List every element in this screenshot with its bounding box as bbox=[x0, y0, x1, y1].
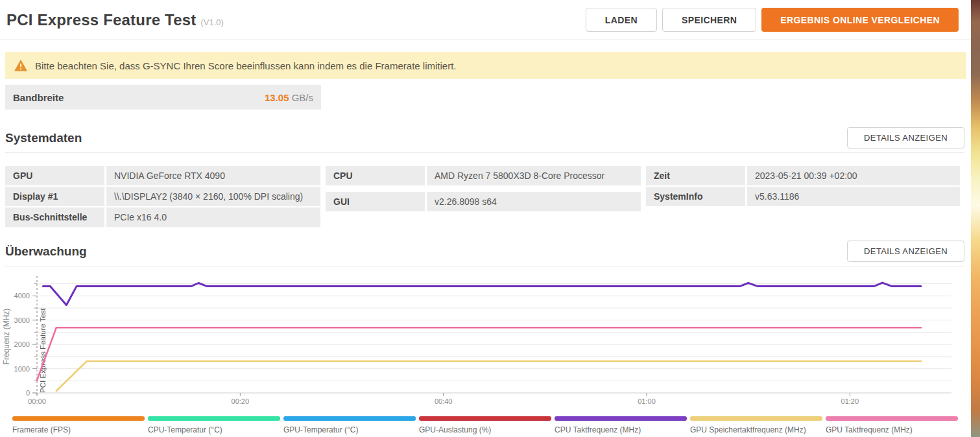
row-label: GPU bbox=[5, 166, 104, 185]
page-title-wrap: PCI Express Feature Test (V1.0) bbox=[6, 11, 224, 29]
table-row: CPU AMD Ryzen 7 5800X3D 8-Core Processor bbox=[326, 166, 641, 185]
gsync-warning-banner: Bitte beachten Sie, dass G-SYNC Ihren Sc… bbox=[5, 52, 966, 79]
y-axis-tick-label: 4000 bbox=[14, 292, 30, 300]
y-axis-tick-label: 2000 bbox=[14, 340, 30, 348]
row-label: CPU bbox=[326, 166, 425, 185]
system-section-title: Systemdaten bbox=[5, 131, 82, 145]
row-label: Bus-Schnittstelle bbox=[5, 207, 104, 227]
system-section-header: Systemdaten DETAILS ANZEIGEN bbox=[5, 127, 964, 153]
table-row: Display #1 \\.\DISPLAY2 (3840 × 2160, 10… bbox=[5, 187, 320, 206]
legend-item: CPU Taktfrequenz (MHz) bbox=[555, 416, 687, 434]
table-row: GPU NVIDIA GeForce RTX 4090 bbox=[5, 166, 320, 185]
legend-item: CPU-Temperatur (°C) bbox=[148, 416, 280, 434]
monitoring-chart: 0100020003000400000:0000:2000:4001:0001:… bbox=[0, 275, 971, 434]
system-data-table: GPU NVIDIA GeForce RTX 4090 Display #1 \… bbox=[5, 166, 964, 227]
app-header: PCI Express Feature Test (V1.0) LADEN SP… bbox=[0, 0, 971, 40]
x-axis-tick-label: 00:40 bbox=[435, 397, 453, 405]
row-value: v5.63.1186 bbox=[747, 187, 960, 206]
legend-item: Framerate (FPS) bbox=[12, 416, 145, 434]
warning-triangle-icon bbox=[14, 60, 27, 71]
table-row: SystemInfo v5.63.1186 bbox=[646, 187, 960, 206]
legend-item: GPU Taktfrequenz (MHz) bbox=[826, 416, 958, 434]
legend-color-bar bbox=[419, 416, 551, 421]
row-label: Zeit bbox=[646, 166, 745, 185]
compare-result-online-button[interactable]: ERGEBNIS ONLINE VERGLEICHEN bbox=[761, 8, 959, 32]
series-line bbox=[43, 283, 921, 305]
monitoring-section-header: Überwachung DETAILS ANZEIGEN bbox=[5, 241, 964, 266]
y-axis-tick-label: 3000 bbox=[14, 316, 30, 324]
legend-color-bar bbox=[690, 416, 822, 421]
system-column-3: Zeit 2023-05-21 00:39 +02:00 SystemInfo … bbox=[646, 166, 960, 227]
x-axis-tick-label: 00:20 bbox=[232, 397, 250, 405]
legend-label: GPU-Auslastung (%) bbox=[419, 425, 551, 434]
legend-color-bar bbox=[12, 416, 145, 421]
row-value: AMD Ryzen 7 5800X3D 8-Core Processor bbox=[427, 166, 641, 185]
bandwidth-number: 13.05 bbox=[265, 92, 289, 103]
series-line bbox=[37, 327, 921, 380]
row-value: \\.\DISPLAY2 (3840 × 2160, 100% DPI scal… bbox=[106, 187, 320, 206]
system-column-2: CPU AMD Ryzen 7 5800X3D 8-Core Processor… bbox=[326, 166, 641, 227]
row-label: GUI bbox=[326, 192, 425, 211]
chart-legend: Framerate (FPS)CPU-Temperatur (°C)GPU-Te… bbox=[12, 416, 971, 434]
event-marker-label: PCI Express Feature Test bbox=[39, 307, 47, 393]
y-axis-title: Frequenz (MHz) bbox=[2, 309, 11, 365]
row-label: SystemInfo bbox=[646, 187, 745, 206]
legend-color-bar bbox=[555, 416, 687, 421]
legend-item: GPU-Temperatur (°C) bbox=[283, 416, 416, 434]
bandwidth-result-row: Bandbreite 13.05 GB/s bbox=[5, 85, 321, 110]
row-value: 2023-05-21 00:39 +02:00 bbox=[747, 166, 960, 185]
table-row: Bus-Schnittstelle PCIe x16 4.0 bbox=[5, 207, 320, 227]
monitoring-section-title: Überwachung bbox=[5, 244, 87, 259]
row-value: v2.26.8098 s64 bbox=[427, 192, 641, 211]
monitoring-line-chart: 0100020003000400000:0000:2000:4001:0001:… bbox=[0, 275, 966, 406]
x-axis-tick-label: 01:20 bbox=[841, 397, 859, 405]
system-column-1: GPU NVIDIA GeForce RTX 4090 Display #1 \… bbox=[5, 166, 320, 227]
header-buttons: LADEN SPEICHERN ERGEBNIS ONLINE VERGLEIC… bbox=[586, 8, 959, 32]
legend-label: GPU Speichertaktfrequenz (MHz) bbox=[690, 425, 822, 434]
bandwidth-value: 13.05 GB/s bbox=[265, 92, 313, 103]
row-value: NVIDIA GeForce RTX 4090 bbox=[106, 166, 320, 185]
table-row: Zeit 2023-05-21 00:39 +02:00 bbox=[646, 166, 960, 185]
legend-item: GPU-Auslastung (%) bbox=[419, 416, 551, 434]
legend-label: GPU-Temperatur (°C) bbox=[283, 425, 416, 434]
warning-text: Bitte beachten Sie, dass G-SYNC Ihren Sc… bbox=[35, 60, 456, 71]
page-title: PCI Express Feature Test bbox=[6, 11, 196, 29]
legend-label: CPU Taktfrequenz (MHz) bbox=[555, 425, 687, 434]
legend-item: GPU Speichertaktfrequenz (MHz) bbox=[690, 416, 822, 434]
legend-color-bar bbox=[148, 416, 280, 421]
row-label: Display #1 bbox=[5, 187, 104, 206]
load-button[interactable]: LADEN bbox=[586, 8, 657, 32]
row-value: PCIe x16 4.0 bbox=[106, 207, 320, 227]
y-axis-tick-label: 0 bbox=[26, 389, 30, 397]
bandwidth-unit: GB/s bbox=[292, 92, 313, 103]
chart-gridlines bbox=[37, 284, 951, 381]
bandwidth-label: Bandbreite bbox=[13, 92, 64, 103]
page-version: (V1.0) bbox=[200, 18, 223, 27]
legend-color-bar bbox=[283, 416, 416, 421]
legend-color-bar bbox=[826, 416, 958, 421]
legend-label: GPU Taktfrequenz (MHz) bbox=[826, 425, 958, 434]
pci-express-feature-test-page: PCI Express Feature Test (V1.0) LADEN SP… bbox=[0, 0, 971, 437]
legend-label: CPU-Temperatur (°C) bbox=[148, 425, 280, 434]
legend-label: Framerate (FPS) bbox=[12, 425, 145, 434]
y-axis-tick-label: 1000 bbox=[14, 365, 30, 373]
x-axis-tick-label: 01:00 bbox=[638, 397, 656, 405]
x-axis-tick-label: 00:00 bbox=[28, 397, 46, 405]
series-line bbox=[56, 361, 921, 391]
event-marker: PCI Express Feature Test bbox=[37, 276, 47, 397]
table-row: GUI v2.26.8098 s64 bbox=[326, 192, 641, 211]
background-art-strip bbox=[971, 0, 980, 437]
save-button[interactable]: SPEICHERN bbox=[662, 8, 756, 32]
monitoring-details-button[interactable]: DETAILS ANZEIGEN bbox=[847, 241, 964, 262]
system-details-button[interactable]: DETAILS ANZEIGEN bbox=[847, 127, 964, 148]
